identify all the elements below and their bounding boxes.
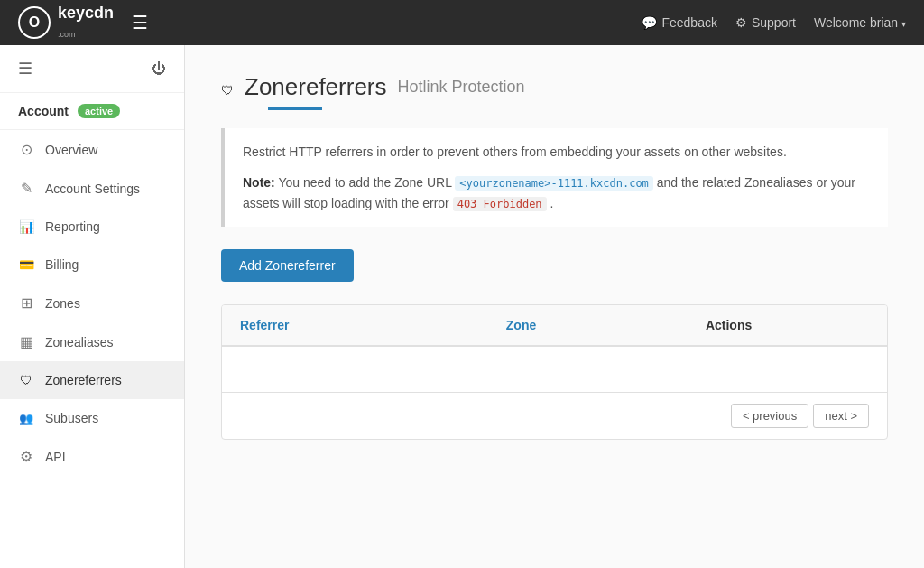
- table-body: [222, 347, 887, 392]
- active-badge: active: [78, 104, 120, 118]
- note-label: Note:: [243, 175, 275, 190]
- welcome-arrow: ▾: [901, 19, 906, 29]
- dashboard-icon: [18, 141, 34, 158]
- welcome-menu[interactable]: Welcome brian ▾: [814, 15, 906, 30]
- logo-icon: O: [18, 6, 51, 39]
- navbar-right: Feedback Support Welcome brian ▾: [642, 15, 906, 30]
- sidebar-item-label: Subusers: [45, 411, 98, 425]
- support-icon: [735, 15, 747, 30]
- sidebar-item-label: Billing: [45, 257, 79, 272]
- sidebar-power-icon[interactable]: ⏻: [152, 61, 166, 77]
- page-header: Zonereferrers Hotlink Protection: [221, 72, 888, 101]
- content-area: Zonereferrers Hotlink Protection Restric…: [185, 45, 924, 568]
- navbar-left: O keycdn.com ☰: [18, 4, 148, 42]
- sidebar-item-billing[interactable]: Billing: [0, 246, 184, 284]
- note-text: You need to add the Zone URL: [278, 175, 451, 190]
- sidebar-nav: Overview Account Settings Reporting Bill…: [0, 130, 184, 476]
- feedback-icon: [642, 15, 657, 30]
- previous-button[interactable]: < previous: [731, 404, 808, 428]
- feedback-link[interactable]: Feedback: [642, 15, 716, 30]
- zonereferrers-icon: [18, 372, 34, 388]
- sidebar-item-label: Zonereferrers: [45, 373, 122, 387]
- page-title: Zonereferrers: [245, 73, 387, 101]
- note-text3: .: [550, 196, 553, 210]
- account-section: Account active: [0, 93, 184, 130]
- note-code: <yourzonename>-1111.kxcdn.com: [455, 176, 653, 191]
- sidebar-hamburger[interactable]: ☰: [18, 59, 32, 79]
- note-code2: 403 Forbidden: [453, 197, 547, 211]
- pagination-row: < previous next >: [222, 392, 887, 439]
- table-header-referrer: Referrer: [222, 305, 488, 345]
- zonereferrers-table: Referrer Zone Actions < previous next >: [221, 304, 888, 440]
- sidebar-item-zones[interactable]: Zones: [0, 284, 184, 322]
- page-header-icon: [221, 72, 234, 101]
- sidebar-item-zonereferrers[interactable]: Zonereferrers: [0, 361, 184, 399]
- navbar-hamburger[interactable]: ☰: [132, 12, 148, 33]
- sidebar-item-label: Zonealiases: [45, 335, 114, 349]
- sidebar: ☰ ⏻ Account active Overview Account Sett…: [0, 45, 185, 568]
- sidebar-item-label: API: [45, 450, 66, 464]
- subusers-icon: [18, 410, 34, 426]
- logo: O keycdn.com: [18, 4, 114, 42]
- title-underline: [268, 107, 322, 110]
- sidebar-item-label: Reporting: [45, 219, 100, 234]
- logo-letter: O: [29, 14, 40, 31]
- sidebar-top: ☰ ⏻: [0, 45, 184, 93]
- sidebar-item-account-settings[interactable]: Account Settings: [0, 169, 184, 208]
- sidebar-item-api[interactable]: API: [0, 437, 184, 476]
- account-label: Account: [18, 104, 69, 118]
- support-link[interactable]: Support: [735, 15, 796, 30]
- page-subtitle: Hotlink Protection: [398, 78, 525, 97]
- table-header-actions: Actions: [688, 305, 887, 345]
- billing-icon: [18, 256, 34, 273]
- add-zonereferrer-button[interactable]: Add Zonereferrer: [221, 249, 354, 282]
- sidebar-item-label: Account Settings: [45, 182, 140, 196]
- sidebar-item-reporting[interactable]: Reporting: [0, 208, 184, 246]
- sidebar-item-label: Zones: [45, 296, 80, 311]
- info-text: Restrict HTTP referrers in order to prev…: [243, 142, 870, 162]
- sidebar-item-zonealiases[interactable]: Zonealiases: [0, 322, 184, 361]
- api-icon: [18, 448, 34, 465]
- note-paragraph: Note: You need to add the Zone URL <your…: [243, 172, 870, 213]
- table-empty-row: [222, 347, 887, 392]
- main-layout: ☰ ⏻ Account active Overview Account Sett…: [0, 45, 924, 568]
- next-button[interactable]: next >: [813, 404, 869, 428]
- info-box: Restrict HTTP referrers in order to prev…: [221, 128, 888, 227]
- sidebar-item-label: Overview: [45, 143, 97, 157]
- zones-icon: [18, 294, 34, 312]
- navbar: O keycdn.com ☰ Feedback Support Welcome …: [0, 0, 924, 45]
- settings-icon: [18, 180, 34, 197]
- sidebar-item-overview[interactable]: Overview: [0, 130, 184, 169]
- reporting-icon: [18, 219, 34, 235]
- logo-text: keycdn.com: [58, 4, 114, 42]
- table-header-zone: Zone: [488, 305, 688, 345]
- sidebar-item-subusers[interactable]: Subusers: [0, 399, 184, 437]
- zonealiases-icon: [18, 333, 34, 350]
- table-header: Referrer Zone Actions: [222, 305, 887, 347]
